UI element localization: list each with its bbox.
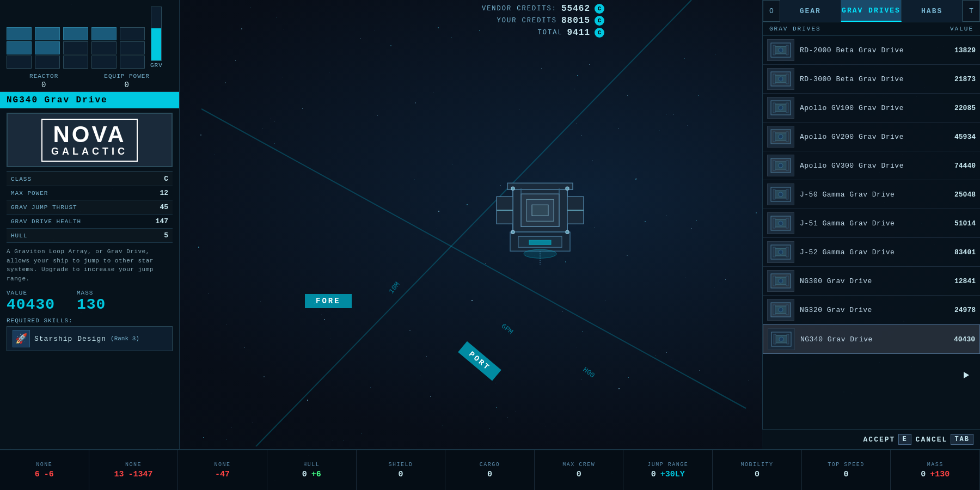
drive-name: RD-3000 Beta Grav Drive: [800, 75, 943, 83]
bottom-stat-values: 0: [755, 470, 759, 479]
svg-rect-44: [786, 132, 788, 142]
drive-value: 45934: [943, 133, 976, 141]
tab-habs[interactable]: HABS: [902, 0, 963, 22]
drive-list-item[interactable]: J-52 Gamma Grav Drive 83401: [763, 238, 980, 267]
your-credits-icon: C: [595, 16, 604, 26]
your-credits-row: YOUR CREDITS 88015 C: [497, 16, 604, 26]
power-bar-1: [7, 27, 32, 69]
value-mass-section: VALUE 40430 MASS 130: [7, 290, 173, 313]
logo-inner: NOVA GALACTIC: [41, 119, 138, 162]
logo-nova: NOVA: [53, 123, 126, 146]
drive-list-item[interactable]: Apollo GV300 Grav Drive 74440: [763, 151, 980, 180]
cancel-key: TAB: [951, 434, 973, 445]
svg-point-42: [779, 134, 783, 139]
svg-rect-73: [773, 305, 775, 315]
drive-thumbnail: [767, 241, 794, 263]
svg-rect-48: [773, 161, 775, 170]
right-panel: O GEAR GRAV DRIVES HABS T GRAV DRIVES VA…: [762, 0, 980, 446]
power-bar-3: [63, 27, 88, 69]
drive-value: 83401: [943, 248, 976, 256]
vendor-credits-icon: C: [595, 4, 604, 14]
power-slot: [120, 27, 145, 40]
fore-direction-label: FORE: [305, 294, 352, 308]
tab-gear[interactable]: GEAR: [780, 0, 841, 22]
tab-key-o[interactable]: O: [763, 0, 780, 22]
reactor-col: REACTOR 0: [29, 73, 58, 89]
drive-list-item[interactable]: Apollo GV100 Grav Drive 22085: [763, 94, 980, 122]
drive-value: 21873: [943, 75, 976, 83]
bottom-stat-values: 0: [844, 470, 849, 479]
manufacturer-logo: NOVA GALACTIC: [7, 113, 173, 167]
svg-text:10M: 10M: [387, 280, 401, 296]
drive-list-item[interactable]: J-50 Gamma Grav Drive 25048: [763, 180, 980, 209]
col-drives-header: GRAV DRIVES: [769, 26, 821, 32]
svg-rect-39: [786, 103, 788, 113]
svg-point-72: [779, 308, 783, 312]
bottom-stat-values: 6-6: [35, 470, 54, 479]
svg-line-0: [256, 0, 691, 446]
grv-label: GRV: [150, 62, 163, 69]
drive-list-item[interactable]: NG340 Grav Drive 40430: [763, 324, 980, 354]
power-slot: [35, 27, 60, 40]
drive-name: J-50 Gamma Grav Drive: [800, 191, 943, 199]
drive-name: RD-2000 Beta Grav Drive: [800, 46, 943, 54]
drive-value: 24978: [943, 306, 976, 314]
total-icon: C: [595, 28, 604, 38]
tab-key-t[interactable]: T: [963, 0, 980, 22]
drive-name: Apollo GV200 Grav Drive: [800, 133, 943, 141]
drive-name: J-51 Gamma Grav Drive: [800, 219, 943, 228]
drive-value: 40430: [942, 335, 975, 344]
svg-point-67: [779, 279, 783, 283]
equip-power-value: 0: [124, 81, 129, 89]
svg-rect-8: [532, 205, 548, 216]
drive-list-item[interactable]: NG320 Grav Drive 24978: [763, 296, 980, 324]
power-slot: [120, 41, 145, 54]
accept-button[interactable]: ACCEPT E: [863, 434, 911, 445]
power-slot: [91, 56, 117, 69]
drive-list-item[interactable]: Apollo GV200 Grav Drive 45934: [763, 122, 980, 151]
stat-value: 45: [160, 203, 168, 211]
drive-list-item[interactable]: J-51 Gamma Grav Drive 51014: [763, 209, 980, 238]
bottom-stat-value: 0: [398, 470, 403, 479]
required-skills-label: REQUIRED SKILLS:: [7, 317, 173, 324]
svg-rect-49: [786, 161, 788, 170]
stat-label: MAX POWER: [11, 190, 48, 197]
drive-name: NG320 Grav Drive: [800, 306, 943, 314]
drive-value: 12841: [943, 277, 976, 285]
drive-list-item[interactable]: NG300 Grav Drive 12841: [763, 267, 980, 296]
drive-thumbnail: [768, 328, 795, 350]
bottom-stat-col: HULL0+6: [267, 450, 357, 490]
svg-point-62: [779, 250, 783, 254]
value-label: VALUE: [7, 290, 55, 296]
svg-point-24: [524, 249, 556, 258]
svg-rect-78: [774, 334, 776, 344]
svg-rect-63: [773, 247, 775, 257]
svg-rect-28: [773, 45, 775, 55]
stat-label: GRAV JUMP THRUST: [11, 204, 77, 211]
stat-label: CLASS: [11, 176, 32, 182]
bottom-stat-value: +30LY: [660, 470, 685, 479]
starship-design-icon: 🚀: [13, 330, 30, 347]
power-slot: [91, 27, 117, 40]
power-slot: [120, 56, 145, 69]
svg-rect-15: [507, 183, 573, 189]
item-name-header: NG340 Grav Drive: [0, 92, 179, 108]
svg-rect-29: [786, 45, 788, 55]
bottom-stat-value: +130: [930, 470, 950, 479]
svg-rect-16: [529, 240, 551, 244]
svg-rect-33: [773, 74, 775, 84]
power-slot: [7, 41, 32, 54]
bottom-stat-value: +6: [311, 470, 321, 479]
tab-grav-drives[interactable]: GRAV DRIVES: [841, 0, 902, 22]
total-label: TOTAL: [538, 29, 563, 36]
your-credits-value: 88015: [561, 16, 590, 26]
drive-thumbnail: [767, 212, 794, 234]
svg-rect-58: [773, 218, 775, 228]
drives-list[interactable]: RD-2000 Beta Grav Drive 13829 RD-3000 Be…: [763, 36, 980, 354]
cancel-button[interactable]: CANCEL TAB: [916, 434, 973, 445]
drive-list-item[interactable]: RD-2000 Beta Grav Drive 13829: [763, 36, 980, 65]
drive-list-item[interactable]: RD-3000 Beta Grav Drive 21873: [763, 65, 980, 94]
power-slot: [7, 56, 32, 69]
skill-row: 🚀 Starship Design (Rank 3): [7, 326, 173, 351]
drive-value: 51014: [943, 219, 976, 228]
